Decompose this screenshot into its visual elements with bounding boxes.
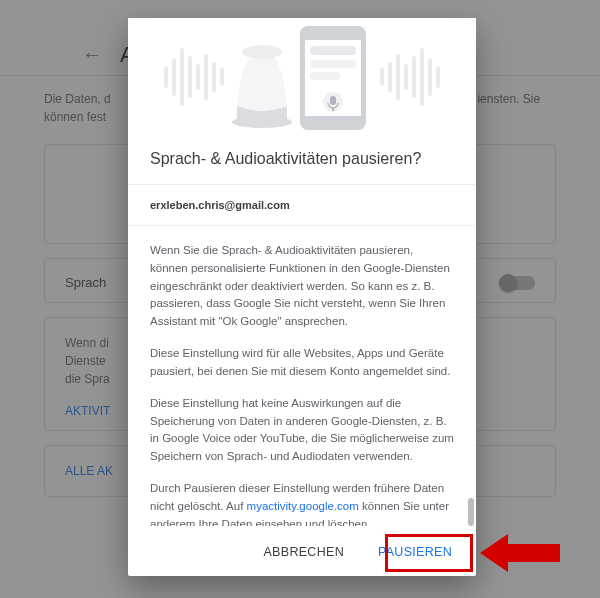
svg-rect-24 <box>330 96 336 105</box>
cancel-button[interactable]: ABBRECHEN <box>249 535 358 569</box>
svg-rect-25 <box>332 108 334 111</box>
link-myactivity[interactable]: myactivity.google.com <box>247 500 359 512</box>
dialog-headline: Sprach- & Audioaktivitäten pausieren? <box>128 136 476 185</box>
speaker-icon <box>232 45 292 128</box>
phone-icon <box>300 26 366 130</box>
dialog-para-3: Diese Einstellung hat keine Auswirkungen… <box>150 395 454 466</box>
svg-rect-14 <box>428 58 432 96</box>
svg-rect-8 <box>380 68 384 86</box>
svg-rect-21 <box>310 60 356 68</box>
svg-rect-2 <box>180 48 184 106</box>
svg-point-17 <box>242 45 282 59</box>
dialog-account: erxleben.chris@gmail.com <box>128 185 476 226</box>
svg-rect-11 <box>404 64 408 90</box>
svg-rect-12 <box>412 56 416 98</box>
scrollbar-thumb[interactable] <box>468 498 474 526</box>
svg-rect-7 <box>220 68 224 86</box>
svg-rect-9 <box>388 62 392 92</box>
dialog-hero <box>128 18 476 136</box>
dialog-para-2: Diese Einstellung wird für alle Websites… <box>150 345 454 381</box>
svg-rect-6 <box>212 62 216 92</box>
svg-rect-13 <box>420 48 424 106</box>
svg-rect-1 <box>172 58 176 96</box>
pause-dialog: ✕ <box>128 18 476 576</box>
pause-button[interactable]: PAUSIEREN <box>364 535 466 569</box>
dialog-actions: ABBRECHEN PAUSIEREN <box>128 526 476 576</box>
dialog-content: Wenn Sie die Sprach- & Audioaktivitäten … <box>128 226 476 526</box>
dialog-para-1: Wenn Sie die Sprach- & Audioaktivitäten … <box>150 242 454 331</box>
svg-rect-22 <box>310 72 340 80</box>
svg-rect-4 <box>196 64 200 90</box>
svg-rect-0 <box>164 66 168 88</box>
svg-rect-10 <box>396 54 400 100</box>
svg-rect-5 <box>204 54 208 100</box>
svg-rect-20 <box>310 46 356 55</box>
hero-illustration <box>142 18 462 136</box>
svg-rect-3 <box>188 56 192 98</box>
scrollbar[interactable] <box>468 226 474 526</box>
dialog-para-4: Durch Pausieren dieser Einstellung werde… <box>150 480 454 526</box>
svg-rect-15 <box>436 66 440 88</box>
